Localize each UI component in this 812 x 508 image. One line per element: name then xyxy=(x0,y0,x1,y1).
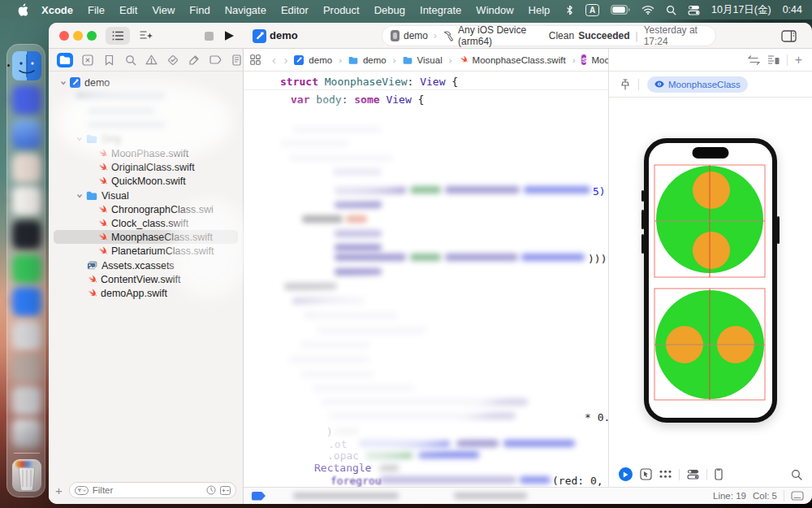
zoom-search-button[interactable] xyxy=(791,469,802,480)
dock-app-icon[interactable] xyxy=(12,386,41,415)
breadcrumb-folder[interactable]: Visual xyxy=(417,55,443,65)
stop-button[interactable] xyxy=(201,27,216,45)
menu-product[interactable]: Product xyxy=(316,4,367,16)
blurred-code-segment xyxy=(302,215,343,223)
dock-app-icon[interactable] xyxy=(12,354,41,383)
dock-app-icon[interactable] xyxy=(12,186,41,215)
live-preview-button[interactable] xyxy=(619,467,633,481)
close-button[interactable] xyxy=(59,31,69,41)
variants-grid-button[interactable] xyxy=(659,470,672,479)
dock-running-indicator xyxy=(7,64,10,67)
dock-finder-icon[interactable] xyxy=(12,51,41,80)
spotlight-search-icon[interactable] xyxy=(666,5,676,15)
dock-app-icon[interactable] xyxy=(12,419,41,448)
add-editor-button[interactable]: + xyxy=(795,54,802,67)
battery-icon[interactable] xyxy=(611,5,630,15)
selectable-mode-button[interactable] xyxy=(640,468,652,480)
activity-status-pill[interactable]: demo › Any iOS Device (arm64) Clean Succ… xyxy=(382,25,716,46)
menu-debug[interactable]: Debug xyxy=(367,4,412,16)
dock-app-icon[interactable] xyxy=(12,154,41,183)
privacy-blur-overlay xyxy=(244,106,422,199)
preview-device-button[interactable] xyxy=(715,468,723,480)
editor-ai-assist-icon[interactable] xyxy=(136,27,156,45)
menu-navigate[interactable]: Navigate xyxy=(218,4,274,16)
code-fragment: foregrou xyxy=(330,475,382,487)
pin-icon[interactable] xyxy=(620,79,630,90)
dock-trash-icon[interactable] xyxy=(12,459,41,492)
menu-edit[interactable]: Edit xyxy=(112,4,145,16)
control-bar-divider xyxy=(679,469,680,480)
disclosure-icon[interactable] xyxy=(76,193,83,199)
preview-target-pill[interactable]: MoonphaseClass xyxy=(647,76,748,93)
menu-view[interactable]: View xyxy=(145,4,182,16)
source-editor[interactable]: ‹ › demo › demo › Visual › MoonphaseClas… xyxy=(244,49,609,487)
scheme-name[interactable]: demo xyxy=(404,30,428,41)
blurred-code-segment xyxy=(445,186,520,193)
file-row-originalclass-swift[interactable]: OriginalClass.swift xyxy=(49,160,243,174)
menu-xcode[interactable]: Xcode xyxy=(34,4,80,16)
dock-app-icon[interactable] xyxy=(12,220,41,250)
breadcrumb-file[interactable]: MoonphaseClass.swift xyxy=(473,55,566,65)
toggle-navigator-button[interactable] xyxy=(106,27,130,45)
breadcrumb-project[interactable]: demo xyxy=(309,55,332,65)
file-row-quickmoon-swift[interactable]: QuickMoon.swift xyxy=(49,174,243,188)
input-source-indicator[interactable]: A xyxy=(585,4,599,16)
filter-input[interactable] xyxy=(93,485,202,495)
struct-symbol-icon: S xyxy=(581,54,586,65)
run-button[interactable] xyxy=(221,27,237,45)
dock-app-icon[interactable] xyxy=(12,321,41,350)
blurred-code-segment xyxy=(335,244,382,251)
tests-tab[interactable] xyxy=(166,53,179,67)
menu-editor[interactable]: Editor xyxy=(274,4,316,16)
dynamic-island xyxy=(693,147,729,158)
menu-window[interactable]: Window xyxy=(469,4,520,16)
dock-app-icon[interactable] xyxy=(12,254,41,284)
scm-filter-icon[interactable] xyxy=(220,486,231,495)
recents-filter-icon[interactable] xyxy=(206,485,216,495)
breadcrumb-group[interactable]: demo xyxy=(363,55,387,65)
related-items-icon[interactable] xyxy=(250,54,261,65)
menu-file[interactable]: File xyxy=(80,4,112,16)
breakpoint-toggle[interactable] xyxy=(252,492,266,501)
toggle-inspector-button[interactable] xyxy=(780,27,797,45)
menubar-clock[interactable]: 0:44 xyxy=(783,4,802,15)
bookmarks-tab[interactable] xyxy=(103,53,115,67)
back-button[interactable]: ‹ xyxy=(270,54,278,67)
reports-tab[interactable] xyxy=(231,53,243,67)
find-tab[interactable] xyxy=(124,53,136,67)
preview-canvas-panel: + MoonphaseClass xyxy=(609,49,812,487)
desktop-wallpaper: Xcode File Edit View Find Navigate Edito… xyxy=(0,0,812,508)
forward-button[interactable]: › xyxy=(283,54,290,67)
control-center-icon[interactable] xyxy=(688,5,700,15)
bluetooth-icon[interactable] xyxy=(565,4,574,16)
apple-menu-icon[interactable] xyxy=(10,3,34,16)
menu-integrate[interactable]: Integrate xyxy=(412,4,469,16)
disclosure-icon[interactable] xyxy=(60,80,67,86)
xcode-window: demo demo › Any iOS Device (arm64) Clean… xyxy=(49,23,812,504)
run-destination[interactable]: Any iOS Device (arm64) xyxy=(458,24,541,47)
breadcrumb-symbol[interactable]: MoonphaseClass xyxy=(591,55,609,65)
dock-app-icon[interactable] xyxy=(12,287,41,316)
folder-icon xyxy=(86,191,97,200)
project-file-icon xyxy=(294,55,304,65)
phone-volume-down-button xyxy=(641,234,644,254)
breakpoints-tab[interactable] xyxy=(209,53,222,67)
minimize-button[interactable] xyxy=(73,31,83,41)
device-settings-button[interactable] xyxy=(687,469,699,480)
dock-app-icon[interactable] xyxy=(12,119,41,149)
menu-find[interactable]: Find xyxy=(182,4,217,16)
filter-field[interactable] xyxy=(69,482,236,498)
editor-settings-icon[interactable] xyxy=(791,491,804,501)
wifi-icon[interactable] xyxy=(641,5,654,15)
zoom-button[interactable] xyxy=(87,31,97,41)
add-file-button[interactable]: + xyxy=(55,484,63,497)
menu-help[interactable]: Help xyxy=(521,4,558,16)
editor-layout-icon[interactable] xyxy=(767,54,780,65)
project-navigator-tab[interactable] xyxy=(57,53,73,67)
editor-swap-icon[interactable] xyxy=(748,55,760,65)
debug-tab[interactable] xyxy=(188,53,200,67)
dock-app-icon[interactable] xyxy=(12,85,41,115)
source-control-tab[interactable] xyxy=(82,53,94,67)
menubar-date[interactable]: 10月17日(金) xyxy=(711,3,771,17)
issues-tab[interactable] xyxy=(145,53,158,67)
